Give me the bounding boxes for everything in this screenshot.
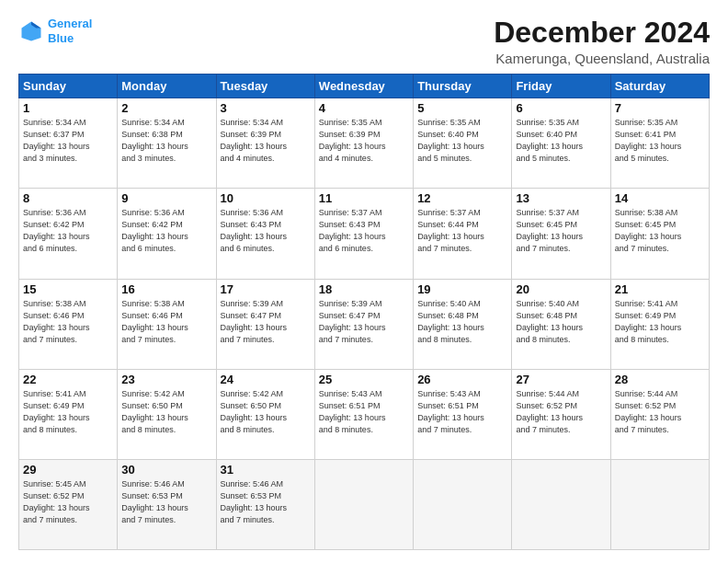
empty-cell [414,459,512,549]
logo: General Blue [18,17,92,45]
day-cell: 29 Sunrise: 5:45 AMSunset: 6:52 PMDaylig… [19,459,118,549]
empty-cell [610,459,709,549]
main-title: December 2024 [494,17,710,49]
col-tuesday: Tuesday [216,75,314,98]
day-cell: 14 Sunrise: 5:38 AMSunset: 6:45 PMDaylig… [610,189,709,279]
day-cell: 17 Sunrise: 5:39 AMSunset: 6:47 PMDaylig… [216,279,314,369]
day-cell: 30 Sunrise: 5:46 AMSunset: 6:53 PMDaylig… [118,459,216,549]
calendar-header-row: Sunday Monday Tuesday Wednesday Thursday… [19,75,710,98]
day-cell: 13 Sunrise: 5:37 AMSunset: 6:45 PMDaylig… [512,189,610,279]
empty-cell [314,459,413,549]
day-cell: 31 Sunrise: 5:46 AMSunset: 6:53 PMDaylig… [216,459,314,549]
day-cell: 19 Sunrise: 5:40 AMSunset: 6:48 PMDaylig… [414,279,512,369]
table-row: 22 Sunrise: 5:41 AMSunset: 6:49 PMDaylig… [19,369,710,459]
day-cell: 4 Sunrise: 5:35 AMSunset: 6:39 PMDayligh… [314,98,413,189]
day-cell: 9 Sunrise: 5:36 AMSunset: 6:42 PMDayligh… [118,189,216,279]
subtitle: Kamerunga, Queensland, Australia [494,51,710,66]
logo-text: General Blue [48,17,92,45]
empty-cell [512,459,610,549]
calendar-table: Sunday Monday Tuesday Wednesday Thursday… [18,74,710,550]
title-block: December 2024 Kamerunga, Queensland, Aus… [494,17,710,66]
col-thursday: Thursday [414,75,512,98]
day-cell: 7 Sunrise: 5:35 AMSunset: 6:41 PMDayligh… [610,98,709,189]
logo-icon [18,18,44,44]
day-cell: 12 Sunrise: 5:37 AMSunset: 6:44 PMDaylig… [414,189,512,279]
day-cell: 20 Sunrise: 5:40 AMSunset: 6:48 PMDaylig… [512,279,610,369]
day-cell: 11 Sunrise: 5:37 AMSunset: 6:43 PMDaylig… [314,189,413,279]
table-row: 8 Sunrise: 5:36 AMSunset: 6:42 PMDayligh… [19,189,710,279]
day-cell: 15 Sunrise: 5:38 AMSunset: 6:46 PMDaylig… [19,279,118,369]
day-cell: 16 Sunrise: 5:38 AMSunset: 6:46 PMDaylig… [118,279,216,369]
day-cell: 25 Sunrise: 5:43 AMSunset: 6:51 PMDaylig… [314,369,413,459]
col-wednesday: Wednesday [314,75,413,98]
day-cell: 28 Sunrise: 5:44 AMSunset: 6:52 PMDaylig… [610,369,709,459]
table-row: 29 Sunrise: 5:45 AMSunset: 6:52 PMDaylig… [19,459,710,549]
header: General Blue December 2024 Kamerunga, Qu… [18,17,710,66]
col-saturday: Saturday [610,75,709,98]
day-cell: 26 Sunrise: 5:43 AMSunset: 6:51 PMDaylig… [414,369,512,459]
day-cell: 10 Sunrise: 5:36 AMSunset: 6:43 PMDaylig… [216,189,314,279]
col-monday: Monday [118,75,216,98]
day-cell: 27 Sunrise: 5:44 AMSunset: 6:52 PMDaylig… [512,369,610,459]
col-sunday: Sunday [19,75,118,98]
day-cell: 5 Sunrise: 5:35 AMSunset: 6:40 PMDayligh… [414,98,512,189]
table-row: 1 Sunrise: 5:34 AMSunset: 6:37 PMDayligh… [19,98,710,189]
col-friday: Friday [512,75,610,98]
day-cell: 3 Sunrise: 5:34 AMSunset: 6:39 PMDayligh… [216,98,314,189]
day-cell: 21 Sunrise: 5:41 AMSunset: 6:49 PMDaylig… [610,279,709,369]
day-cell: 18 Sunrise: 5:39 AMSunset: 6:47 PMDaylig… [314,279,413,369]
day-cell: 22 Sunrise: 5:41 AMSunset: 6:49 PMDaylig… [19,369,118,459]
page: General Blue December 2024 Kamerunga, Qu… [0,0,728,563]
day-cell: 8 Sunrise: 5:36 AMSunset: 6:42 PMDayligh… [19,189,118,279]
table-row: 15 Sunrise: 5:38 AMSunset: 6:46 PMDaylig… [19,279,710,369]
day-cell: 1 Sunrise: 5:34 AMSunset: 6:37 PMDayligh… [19,98,118,189]
day-cell: 24 Sunrise: 5:42 AMSunset: 6:50 PMDaylig… [216,369,314,459]
day-cell: 23 Sunrise: 5:42 AMSunset: 6:50 PMDaylig… [118,369,216,459]
day-cell: 2 Sunrise: 5:34 AMSunset: 6:38 PMDayligh… [118,98,216,189]
day-cell: 6 Sunrise: 5:35 AMSunset: 6:40 PMDayligh… [512,98,610,189]
